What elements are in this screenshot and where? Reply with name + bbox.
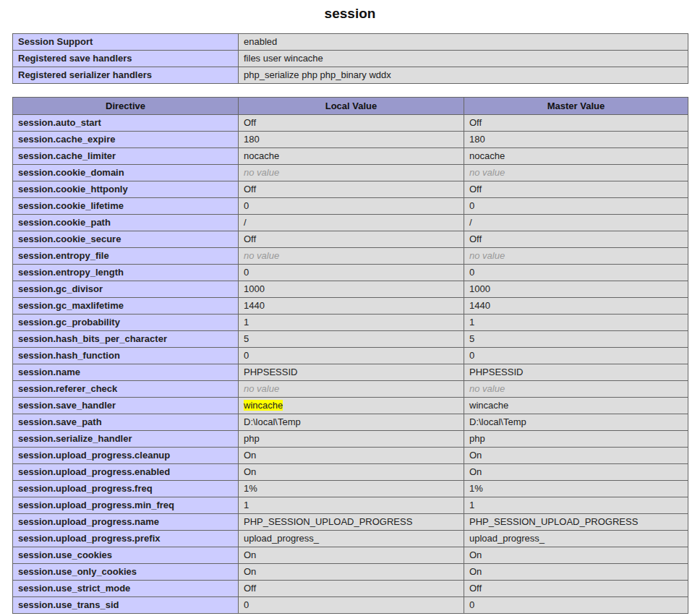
master-value-cell: no value [464, 381, 688, 398]
directive-name: session.cookie_path [13, 215, 239, 231]
directive-name: session.hash_function [13, 348, 239, 364]
row-value: php_serialize php php_binary wddx [239, 67, 688, 84]
directive-name: session.use_trans_sid [13, 597, 239, 614]
table-row: session.cookie_lifetime00 [13, 198, 688, 215]
master-value-cell: PHPSESSID [464, 364, 688, 381]
local-value-cell: PHPSESSID [239, 364, 464, 381]
local-value-cell: Off [239, 181, 464, 198]
table-row: session.gc_maxlifetime14401440 [13, 298, 688, 315]
master-value-cell: no value [464, 165, 688, 181]
local-value-cell: 0 [239, 348, 464, 364]
local-value-cell: PHP_SESSION_UPLOAD_PROGRESS [239, 514, 464, 531]
master-value-cell: 1000 [464, 281, 688, 298]
directive-name: session.cookie_domain [13, 165, 239, 181]
master-value-cell: 0 [464, 597, 688, 614]
find-highlight: wincache [244, 400, 283, 411]
row-label: Registered serializer handlers [13, 67, 239, 84]
local-value-cell: no value [239, 248, 464, 265]
local-value-cell: On [239, 564, 464, 581]
local-value-cell: 180 [239, 132, 464, 148]
master-value-cell: D:\local\Temp [464, 414, 688, 431]
local-value-cell: 0 [239, 198, 464, 215]
local-value-cell: / [239, 215, 464, 231]
phpinfo-session-page: session Session SupportenabledRegistered… [12, 0, 688, 614]
master-value-cell: Off [464, 231, 688, 248]
directive-name: session.hash_bits_per_character [13, 331, 239, 348]
master-value-cell: On [464, 547, 688, 564]
table-row: session.cookie_httponlyOffOff [13, 181, 688, 198]
table-row: Session Supportenabled [13, 34, 688, 51]
table-row: session.hash_function00 [13, 348, 688, 364]
table-row: session.cookie_path// [13, 215, 688, 231]
table-row: session.upload_progress.min_freq11 [13, 497, 688, 514]
local-value-cell: php [239, 431, 464, 448]
table-row: session.save_handlerwincachewincache [13, 398, 688, 414]
local-value-cell: 0 [239, 597, 464, 614]
table-row: session.use_trans_sid00 [13, 597, 688, 614]
master-value-cell: wincache [464, 398, 688, 414]
master-value-cell: 1 [464, 497, 688, 514]
column-header-master-value: Master Value [464, 98, 688, 115]
table-row: session.namePHPSESSIDPHPSESSID [13, 364, 688, 381]
table-row: session.upload_progress.enabledOnOn [13, 464, 688, 481]
master-value-cell: 180 [464, 132, 688, 148]
table-row: session.upload_progress.freq1%1% [13, 481, 688, 497]
directive-name: session.upload_progress.enabled [13, 464, 239, 481]
row-label: Session Support [13, 34, 239, 51]
master-value-cell: On [464, 564, 688, 581]
master-value-cell: On [464, 448, 688, 464]
table-row: session.save_pathD:\local\TempD:\local\T… [13, 414, 688, 431]
directive-name: session.use_strict_mode [13, 581, 239, 597]
column-header-local-value: Local Value [239, 98, 464, 115]
table-row: session.upload_progress.prefixupload_pro… [13, 531, 688, 547]
local-value-cell: nocache [239, 148, 464, 165]
table-row: Registered serializer handlersphp_serial… [13, 67, 688, 84]
session-directives-body: session.auto_startOffOffsession.cache_ex… [13, 115, 688, 614]
directive-name: session.upload_progress.prefix [13, 531, 239, 547]
directive-name: session.gc_divisor [13, 281, 239, 298]
local-value-cell: upload_progress_ [239, 531, 464, 547]
local-value-cell: D:\local\Temp [239, 414, 464, 431]
directive-name: session.upload_progress.name [13, 514, 239, 531]
master-value-cell: 0 [464, 348, 688, 364]
session-directives-table: Directive Local Value Master Value sessi… [12, 97, 688, 614]
local-value-cell: 1000 [239, 281, 464, 298]
master-value-cell: On [464, 464, 688, 481]
master-value-cell: 0 [464, 265, 688, 281]
page-title: session [12, 6, 688, 22]
row-label: Registered save handlers [13, 51, 239, 67]
local-value-cell: 0 [239, 265, 464, 281]
directive-name: session.cache_expire [13, 132, 239, 148]
master-value-cell: no value [464, 248, 688, 265]
directive-name: session.cache_limiter [13, 148, 239, 165]
directive-name: session.use_cookies [13, 547, 239, 564]
local-value-cell: Off [239, 581, 464, 597]
session-summary-body: Session SupportenabledRegistered save ha… [13, 34, 688, 84]
table-row: session.gc_divisor10001000 [13, 281, 688, 298]
master-value-cell: Off [464, 581, 688, 597]
local-value-cell: On [239, 547, 464, 564]
master-value-cell: 1440 [464, 298, 688, 315]
local-value-cell: 1 [239, 315, 464, 331]
table-row: session.auto_startOffOff [13, 115, 688, 132]
master-value-cell: PHP_SESSION_UPLOAD_PROGRESS [464, 514, 688, 531]
directive-name: session.gc_probability [13, 315, 239, 331]
directive-name: session.upload_progress.min_freq [13, 497, 239, 514]
master-value-cell: Off [464, 181, 688, 198]
table-row: session.entropy_length00 [13, 265, 688, 281]
session-summary-table: Session SupportenabledRegistered save ha… [12, 33, 688, 84]
local-value-cell: 1% [239, 481, 464, 497]
directive-name: session.upload_progress.cleanup [13, 448, 239, 464]
master-value-cell: nocache [464, 148, 688, 165]
directives-header-row: Directive Local Value Master Value [13, 98, 688, 115]
local-value-cell: no value [239, 381, 464, 398]
column-header-directive: Directive [13, 98, 239, 115]
table-row: session.hash_bits_per_character55 [13, 331, 688, 348]
table-row: session.cache_expire180180 [13, 132, 688, 148]
table-row: session.cache_limiternocachenocache [13, 148, 688, 165]
table-row: session.use_strict_modeOffOff [13, 581, 688, 597]
table-row: session.cookie_domainno valueno value [13, 165, 688, 181]
table-row: session.referer_checkno valueno value [13, 381, 688, 398]
master-value-cell: 5 [464, 331, 688, 348]
table-row: session.serialize_handlerphpphp [13, 431, 688, 448]
